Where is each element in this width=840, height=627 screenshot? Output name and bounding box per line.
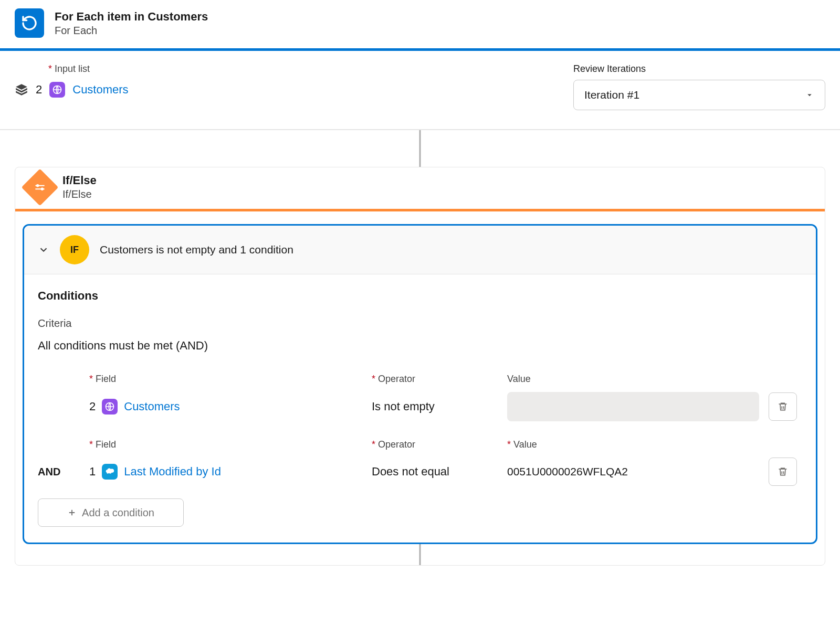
- if-panel-header[interactable]: IF Customers is not empty and 1 conditio…: [24, 226, 816, 274]
- if-panel: IF Customers is not empty and 1 conditio…: [23, 224, 817, 544]
- orange-divider: [15, 209, 825, 211]
- field-label: * Field: [89, 439, 362, 450]
- criteria-label: Criteria: [38, 317, 802, 330]
- block-header: For Each item in Customers For Each: [0, 0, 840, 48]
- value-label: * Value: [507, 439, 759, 450]
- condition-value-disabled: [507, 392, 759, 421]
- globe-icon: [49, 82, 65, 98]
- connector-line: [0, 130, 840, 167]
- trash-icon: [778, 401, 788, 412]
- operator-label: * Operator: [372, 374, 498, 385]
- layers-icon: [15, 83, 28, 97]
- connector-line: [15, 544, 825, 565]
- trash-icon: [778, 466, 788, 477]
- chevron-down-icon: [38, 244, 49, 256]
- ifelse-subtitle: If/Else: [62, 188, 97, 200]
- if-summary: Customers is not empty and 1 condition: [100, 243, 293, 256]
- review-label: Review Iterations: [573, 63, 825, 75]
- and-label: AND: [38, 466, 80, 478]
- globe-icon: [102, 399, 118, 415]
- criteria-value: All conditions must be met (AND): [38, 339, 802, 353]
- condition-value[interactable]: 0051U0000026WFLQA2: [507, 465, 759, 478]
- salesforce-icon: [102, 464, 118, 480]
- foreach-subtitle: For Each: [55, 25, 208, 37]
- delete-condition-button[interactable]: [769, 392, 797, 421]
- condition-field[interactable]: 2 Customers: [89, 399, 362, 415]
- condition-operator[interactable]: Is not empty: [372, 400, 498, 413]
- foreach-title: For Each item in Customers: [55, 10, 208, 24]
- foreach-icon: [15, 8, 44, 38]
- ifelse-icon: [22, 168, 59, 206]
- condition-operator[interactable]: Does not equal: [372, 465, 498, 479]
- plus-icon: [67, 508, 77, 517]
- field-label: * Field: [89, 374, 362, 385]
- condition-field[interactable]: 1 Last Modified by Id: [89, 464, 362, 480]
- operator-label: * Operator: [372, 439, 498, 450]
- ifelse-block: If/Else If/Else IF Customers is not empt…: [15, 167, 825, 566]
- input-row: * Input list 2 Customers Review Iteratio…: [0, 51, 840, 130]
- add-condition-button[interactable]: Add a condition: [38, 498, 184, 527]
- svg-point-1: [36, 184, 39, 187]
- review-iterations-select[interactable]: Iteration #1: [573, 80, 825, 110]
- delete-condition-button[interactable]: [769, 458, 797, 486]
- conditions-heading: Conditions: [38, 289, 802, 303]
- if-badge: IF: [60, 235, 89, 264]
- foreach-block: For Each item in Customers For Each * In…: [0, 0, 840, 130]
- chevron-down-icon: [805, 90, 814, 100]
- value-label: Value: [507, 374, 759, 385]
- input-list-label: * Input list: [48, 63, 129, 75]
- ifelse-title: If/Else: [62, 174, 97, 187]
- input-step-num: 2: [36, 83, 42, 97]
- ifelse-header: If/Else If/Else: [15, 167, 825, 209]
- input-pill-link[interactable]: Customers: [72, 83, 128, 97]
- review-value: Iteration #1: [584, 89, 639, 101]
- svg-point-2: [41, 187, 44, 190]
